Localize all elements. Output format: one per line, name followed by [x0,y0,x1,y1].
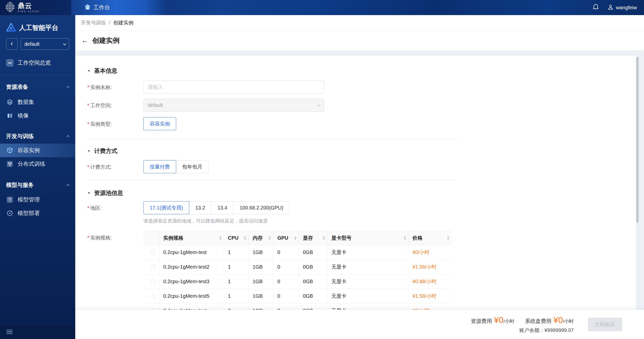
region-option-13-2[interactable]: 13.2 [189,201,211,214]
vertical-scrollbar[interactable] [636,57,639,223]
region-option-17-1[interactable]: 17.1(测试专用) [143,201,189,214]
row-radio[interactable] [151,265,156,269]
sidebar-item-image[interactable]: 镜像 [0,109,75,122]
table-header-row: 实例规格 CPU 内存 [143,231,451,245]
account-balance-label: 账户余额： [519,327,544,333]
sidebar-collapse-menu-icon[interactable] [7,330,13,334]
dingcloud-logo-icon [5,2,15,14]
back-arrow-icon[interactable]: ← [81,37,88,44]
required-star: * [87,235,89,240]
breadcrumb-current: 创建实例 [113,19,134,26]
account-balance: 账户余额：¥9999999.07 [519,327,574,334]
resource-fee-unit: /小时 [504,318,514,325]
collapse-triangle-icon: ▼ [87,69,91,73]
sidebar-group-label: 开发与训练 [6,133,34,140]
sidebar-group-resource-prep[interactable]: 资源准备 [0,83,75,91]
chevron-left-icon [11,42,14,45]
field-label-workspace: *工作空间: [87,99,138,109]
table-row[interactable]: 0.2cpu-1gMem-test3 1 1GB 0 0GB 无显卡 ¥0.88… [143,274,451,289]
field-label-instance-name: *实例名称: [87,80,138,91]
sidebar-item-model-deploy[interactable]: 模型部署 [0,206,75,220]
purchase-summary-bar: 资源费用 ¥0 /小时 系统盘费用 ¥0 /小时 账户余额：¥9999999.0… [75,310,644,339]
section-header-billing[interactable]: ▼ 计费方式 [87,147,636,155]
table-header-vram: 显存 [299,231,327,245]
sidebar: 人工智能平台 default 工作空间总览 资源准备 [0,15,75,339]
table-header-price: 价格 [408,231,451,245]
workspace-field-select[interactable]: default [143,99,324,112]
sort-icon[interactable] [244,236,246,240]
form-card: ▼ 基本信息 *实例名称: *工作空间: d [75,56,636,310]
required-star: * [87,121,89,127]
sidebar-item-distributed-training[interactable]: 分布式训练 [0,157,75,171]
account-balance-value: ¥9999999.07 [544,327,574,333]
ai-platform-logo-icon [6,23,16,33]
sort-icon[interactable] [447,236,449,240]
workspace-field-value: default [148,102,163,108]
table-row[interactable]: 0.2cpu-1gMem-test5 1 1GB 0 0GB 无显卡 ¥1.58… [143,289,451,304]
sidebar-item-model-management[interactable]: T 模型管理 [0,193,75,206]
table-header-cpu: CPU [224,231,248,245]
page-title: 创建实例 [92,36,120,45]
content-background: ▼ 基本信息 *实例名称: *工作空间: d [75,50,644,310]
row-radio[interactable] [151,250,156,255]
table-row[interactable]: 0.4cpu-1gMem-test 2 1GB 0 0GB 无显卡 ¥0/小时 [143,304,451,310]
section-title: 资源池信息 [94,189,123,197]
disk-fee-value: ¥0 [553,315,563,325]
sidebar-item-dataset[interactable]: 数据集 [0,95,75,109]
sidebar-item-label: 数据集 [18,98,34,106]
section-header-resource-pool[interactable]: ▼ 资源池信息 [87,189,636,197]
chevron-down-icon [63,42,66,45]
disk-fee-unit: /小时 [563,318,574,325]
disk-fee-label: 系统盘费用 [525,318,551,325]
sidebar-item-workspace-overview[interactable]: 工作空间总览 [0,56,75,69]
row-radio[interactable] [151,279,156,284]
user-icon [608,4,614,11]
section-title: 基本信息 [94,67,117,75]
tab-workbench[interactable]: 工作台 [71,4,110,11]
sort-icon[interactable] [219,236,222,240]
sidebar-item-label: 模型管理 [18,196,40,203]
section-header-basic-info[interactable]: ▼ 基本信息 [87,67,636,74]
sort-icon[interactable] [404,236,406,240]
instance-spec-table: 实例规格 CPU 内存 [143,231,451,310]
sidebar-item-label: 容器实例 [18,147,40,154]
resource-fee-value: ¥0 [494,315,504,325]
distributed-training-icon [6,161,14,167]
table-row[interactable]: 0.2cpu-1gMem-test2 1 1GB 0 0GB 无显卡 ¥1.58… [143,260,451,274]
row-radio[interactable] [151,294,156,299]
sidebar-group-dev-training[interactable]: 开发与训练 [0,133,75,140]
chevron-down-icon [318,103,321,106]
notification-bell-icon[interactable] [592,4,599,12]
workspace-select[interactable]: default [21,38,69,50]
sort-icon[interactable] [294,236,296,240]
billing-option-subscription[interactable]: 包年包月 [176,160,209,173]
sort-icon[interactable] [269,236,271,240]
home-icon [84,4,91,11]
model-deploy-icon [6,210,14,217]
billing-option-pay-as-you-go[interactable]: 按量付费 [143,160,176,173]
sidebar-footer [0,324,75,339]
user-menu[interactable]: wangfeiw [608,4,637,11]
sidebar-group-label: 模型与服务 [6,181,34,189]
sidebar-group-model-service[interactable]: 模型与服务 [0,181,75,189]
region-option-gpu[interactable]: 100.68.2.200(GPU) [233,201,289,214]
region-option-13-4[interactable]: 13.4 [211,201,234,214]
chevron-up-icon [66,135,70,138]
username: wangfeiw [616,5,637,11]
instance-name-input[interactable] [143,80,324,94]
required-star: * [87,103,89,108]
buy-now-button[interactable]: 立即购买 [588,318,622,331]
workspace-back-button[interactable] [6,38,18,50]
page-header: ← 创建实例 [75,31,644,50]
field-label-billing-mode: *计费方式: [87,160,138,171]
svg-text:T: T [9,197,11,202]
sort-icon[interactable] [323,236,325,240]
table-header-gpu: GPU [273,231,299,245]
breadcrumb-parent[interactable]: 开发与训练 [81,19,106,26]
table-header-memory: 内存 [248,231,273,245]
brand-logo[interactable]: 鼎云 DING CLOUD [0,2,71,14]
table-row[interactable]: 0.2cpu-1gMem-test 1 1GB 0 0GB 无显卡 ¥0/小时 [143,245,451,260]
instance-type-option-container[interactable]: 容器实例 [143,117,176,130]
sidebar-item-container-instance[interactable]: 容器实例 [0,144,75,157]
chevron-up-icon [66,86,70,89]
